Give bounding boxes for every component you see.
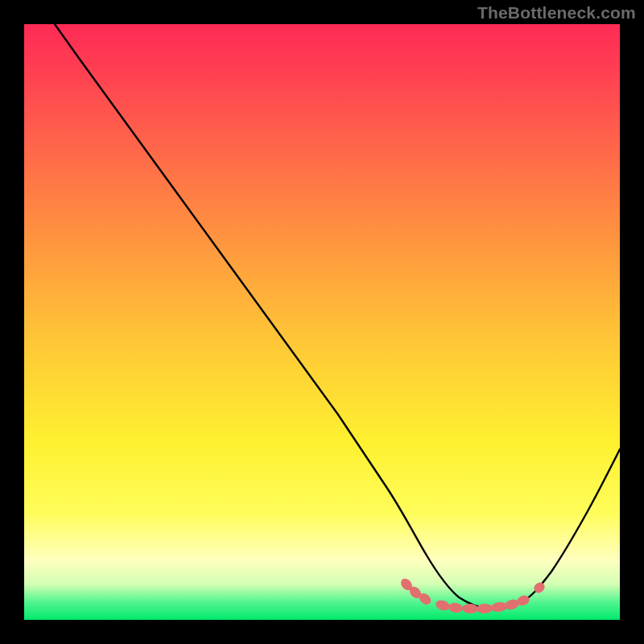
svg-point-4 (448, 602, 463, 613)
watermark-text: TheBottleneck.com (477, 3, 636, 23)
svg-point-6 (477, 604, 493, 614)
chart-svg (24, 24, 620, 620)
highlight-markers (398, 576, 547, 613)
bottleneck-curve (55, 24, 620, 609)
chart-frame (24, 24, 620, 620)
svg-point-7 (490, 601, 507, 613)
svg-point-3 (435, 599, 452, 613)
